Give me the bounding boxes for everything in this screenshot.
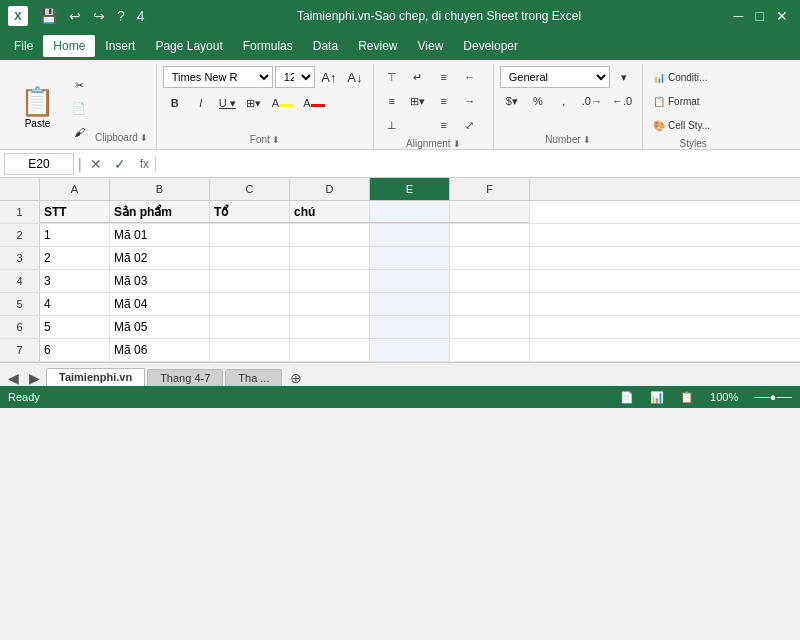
cell-c2[interactable] — [210, 224, 290, 246]
cell-c4[interactable] — [210, 270, 290, 292]
number-format-expand[interactable]: ▾ — [612, 66, 636, 88]
number-expand-icon[interactable]: ⬇ — [583, 135, 591, 145]
cut-button[interactable]: ✂ — [67, 75, 91, 97]
cell-a5[interactable]: 4 — [40, 293, 110, 315]
sheet-tab-taimienphi[interactable]: Taimienphi.vn — [46, 368, 145, 386]
cell-a1[interactable]: STT — [40, 201, 110, 223]
menu-data[interactable]: Data — [303, 35, 348, 57]
italic-button[interactable]: I — [189, 92, 213, 114]
col-header-c[interactable]: C — [210, 178, 290, 200]
wrap-text-button[interactable]: ↵ — [406, 66, 430, 88]
menu-review[interactable]: Review — [348, 35, 407, 57]
col-header-d[interactable]: D — [290, 178, 370, 200]
prev-sheet-button[interactable]: ◀ — [4, 370, 23, 386]
cell-e3[interactable] — [370, 247, 450, 269]
menu-developer[interactable]: Developer — [453, 35, 528, 57]
col-header-e[interactable]: E — [370, 178, 450, 200]
cell-e1[interactable] — [370, 201, 450, 223]
copy-button[interactable]: 📄 — [67, 98, 91, 120]
cell-a7[interactable]: 6 — [40, 339, 110, 361]
help-button[interactable]: ? — [113, 8, 129, 24]
cell-f4[interactable] — [450, 270, 530, 292]
close-button[interactable]: ✕ — [772, 8, 792, 24]
align-left-button[interactable]: ≡ — [432, 66, 456, 88]
status-view3[interactable]: 📋 — [680, 391, 694, 404]
cell-e5[interactable] — [370, 293, 450, 315]
format-as-table-button[interactable]: 📋 Format — [649, 90, 737, 112]
paste-button[interactable]: 📋 Paste — [12, 81, 63, 133]
cell-b3[interactable]: Mã 02 — [110, 247, 210, 269]
formula-input[interactable] — [160, 157, 796, 171]
cell-c3[interactable] — [210, 247, 290, 269]
redo-button[interactable]: ↪ — [89, 8, 109, 24]
number4-button[interactable]: 4 — [133, 8, 149, 24]
conditional-format-button[interactable]: 📊 Conditi... — [649, 66, 737, 88]
cell-d7[interactable] — [290, 339, 370, 361]
col-header-b[interactable]: B — [110, 178, 210, 200]
cell-d2[interactable] — [290, 224, 370, 246]
sheet-tab-thang47[interactable]: Thang 4-7 — [147, 369, 223, 386]
add-sheet-button[interactable]: ⊕ — [284, 370, 308, 386]
cell-c5[interactable] — [210, 293, 290, 315]
increase-decimal-button[interactable]: .0→ — [578, 90, 606, 112]
cell-e7[interactable] — [370, 339, 450, 361]
align-bottom-button[interactable]: ⊥ — [380, 114, 404, 136]
sheet-tab-tha[interactable]: Tha ... — [225, 369, 282, 386]
status-view2[interactable]: 📊 — [650, 391, 664, 404]
fill-color-button[interactable]: A — [268, 92, 297, 114]
cell-d1[interactable]: chú — [290, 201, 370, 223]
percent-button[interactable]: % — [526, 90, 550, 112]
cell-b4[interactable]: Mã 03 — [110, 270, 210, 292]
font-size-select[interactable]: 12 — [275, 66, 315, 88]
cell-b2[interactable]: Mã 01 — [110, 224, 210, 246]
cell-reference-input[interactable] — [4, 153, 74, 175]
cell-b5[interactable]: Mã 04 — [110, 293, 210, 315]
cell-e2[interactable] — [370, 224, 450, 246]
cell-c1[interactable]: Tổ — [210, 201, 290, 223]
status-zoom-slider[interactable]: ──●── — [754, 391, 792, 403]
cell-d5[interactable] — [290, 293, 370, 315]
underline-button[interactable]: U ▾ — [215, 92, 240, 114]
menu-view[interactable]: View — [408, 35, 454, 57]
cell-d3[interactable] — [290, 247, 370, 269]
clipboard-expand-icon[interactable]: ⬇ — [140, 133, 148, 143]
maximize-button[interactable]: □ — [752, 8, 768, 24]
font-expand-icon[interactable]: ⬇ — [272, 135, 280, 145]
merge-button[interactable]: ⊞▾ — [406, 90, 430, 112]
cell-f6[interactable] — [450, 316, 530, 338]
font-color-button[interactable]: A — [299, 92, 328, 114]
col-header-a[interactable]: A — [40, 178, 110, 200]
cell-e6[interactable] — [370, 316, 450, 338]
cell-f7[interactable] — [450, 339, 530, 361]
cell-a4[interactable]: 3 — [40, 270, 110, 292]
cell-b6[interactable]: Mã 05 — [110, 316, 210, 338]
undo-button[interactable]: ↩ — [65, 8, 85, 24]
border-button[interactable]: ⊞▾ — [242, 92, 266, 114]
menu-file[interactable]: File — [4, 35, 43, 57]
menu-page-layout[interactable]: Page Layout — [145, 35, 232, 57]
align-center-button[interactable]: ≡ — [432, 90, 456, 112]
orientation-button[interactable]: ⤢ — [458, 114, 482, 136]
format-painter-button[interactable]: 🖌 — [67, 121, 91, 143]
cell-f1[interactable] — [450, 201, 530, 223]
indent-dec-button[interactable]: ← — [458, 66, 482, 88]
alignment-expand-icon[interactable]: ⬇ — [453, 139, 461, 149]
menu-insert[interactable]: Insert — [95, 35, 145, 57]
cell-styles-button[interactable]: 🎨 Cell Sty... — [649, 114, 737, 136]
align-top-button[interactable]: ⊤ — [380, 66, 404, 88]
menu-formulas[interactable]: Formulas — [233, 35, 303, 57]
align-middle-button[interactable]: ≡ — [380, 90, 404, 112]
menu-home[interactable]: Home — [43, 35, 95, 57]
cell-a3[interactable]: 2 — [40, 247, 110, 269]
cell-f5[interactable] — [450, 293, 530, 315]
cell-f2[interactable] — [450, 224, 530, 246]
save-button[interactable]: 💾 — [36, 8, 61, 24]
increase-size-button[interactable]: A↑ — [317, 66, 341, 88]
comma-button[interactable]: , — [552, 90, 576, 112]
status-view1[interactable]: 📄 — [620, 391, 634, 404]
font-family-select[interactable]: Times New R — [163, 66, 273, 88]
decrease-decimal-button[interactable]: ←.0 — [608, 90, 636, 112]
currency-button[interactable]: $▾ — [500, 90, 524, 112]
cell-d4[interactable] — [290, 270, 370, 292]
col-header-f[interactable]: F — [450, 178, 530, 200]
